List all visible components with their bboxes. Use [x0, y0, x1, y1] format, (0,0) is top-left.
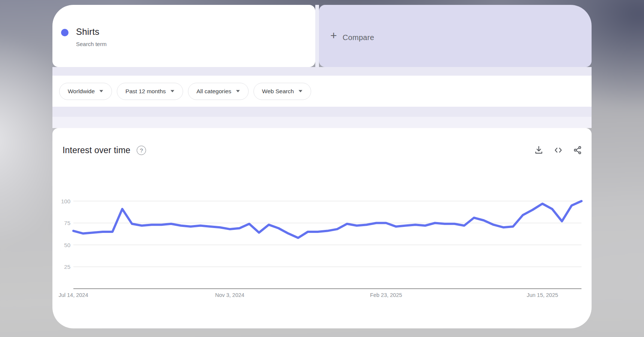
y-axis-tick-label: 100 — [61, 198, 70, 204]
chevron-down-icon — [298, 90, 303, 92]
y-axis-tick-label: 25 — [64, 264, 70, 270]
filter-search-type[interactable]: Web Search — [253, 83, 311, 100]
y-axis-tick-label: 75 — [64, 220, 70, 226]
x-axis-tick-label: Jul 14, 2024 — [58, 292, 88, 298]
page-background-strip-light — [52, 117, 592, 128]
chevron-down-icon — [236, 90, 240, 92]
compare-add-card[interactable]: + Compare — [319, 5, 592, 67]
filter-bar: Worldwide Past 12 months All categories … — [52, 76, 592, 107]
filter-search-type-label: Web Search — [262, 88, 294, 95]
filter-category-label: All categories — [197, 88, 231, 95]
x-axis-tick-label: Nov 3, 2024 — [215, 292, 244, 298]
compare-label: Compare — [343, 33, 374, 42]
interest-over-time-card: Interest over time ? 255075100Jul 14, 20… — [52, 128, 592, 328]
search-terms-row: Shirts Search term + Compare — [52, 5, 592, 67]
filter-category[interactable]: All categories — [188, 83, 249, 100]
page-background-strip — [52, 107, 592, 117]
chevron-down-icon — [170, 90, 174, 92]
term-name: Shirts — [76, 27, 100, 37]
filter-region[interactable]: Worldwide — [59, 83, 112, 100]
plus-icon: + — [328, 30, 339, 42]
search-term-card[interactable]: Shirts Search term — [52, 5, 315, 67]
cards-gap — [315, 5, 319, 67]
x-axis-tick-label: Jun 15, 2025 — [527, 292, 558, 298]
y-axis-tick-label: 50 — [64, 242, 70, 248]
interest-over-time-chart[interactable]: 255075100Jul 14, 2024Nov 3, 2024Feb 23, … — [52, 128, 592, 328]
trend-line-series — [73, 201, 581, 238]
filter-time-range-label: Past 12 months — [125, 88, 166, 95]
page-background-strip — [52, 67, 592, 76]
filter-region-label: Worldwide — [68, 88, 95, 95]
chevron-down-icon — [99, 90, 103, 92]
x-axis-tick-label: Feb 23, 2025 — [370, 292, 402, 298]
filter-time-range[interactable]: Past 12 months — [117, 83, 183, 100]
term-color-dot-icon — [61, 29, 69, 36]
trends-explore-page: Shirts Search term + Compare Worldwide P… — [52, 5, 592, 328]
term-type-label: Search term — [76, 41, 107, 47]
